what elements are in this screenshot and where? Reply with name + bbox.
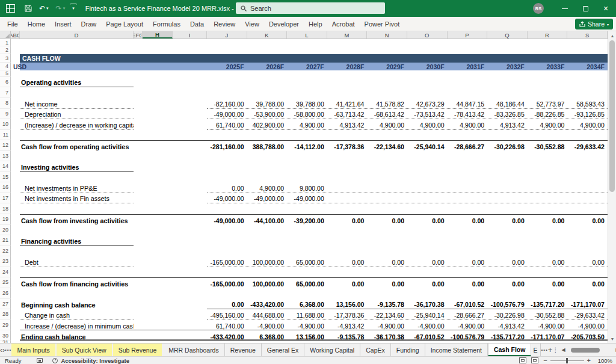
value-cell[interactable]: -22,134.60 <box>367 309 407 319</box>
value-cell[interactable]: 41,421.64 <box>327 98 368 108</box>
year-header-cell[interactable]: 2034F <box>567 63 608 70</box>
value-cell[interactable]: -30,226.98 <box>487 309 528 319</box>
value-cell[interactable]: 39,788.00 <box>287 98 327 108</box>
balance-label[interactable]: Beginning cash balance <box>20 299 134 310</box>
sheet-list-ellipsis-icon[interactable]: ••• <box>5 344 11 356</box>
value-cell[interactable]: -4,900.00 <box>448 320 488 331</box>
value-cell[interactable]: -165,000.00 <box>207 277 247 288</box>
scroll-down-icon[interactable]: ▼ <box>608 335 616 343</box>
value-cell[interactable]: 39,788.00 <box>247 98 288 108</box>
row-number-18[interactable]: 18 <box>0 203 11 214</box>
zoom-in-icon[interactable]: + <box>587 357 591 364</box>
value-cell[interactable]: 4,900.00 <box>448 119 488 129</box>
ribbon-tab-view[interactable]: View <box>240 17 264 31</box>
zoom-out-icon[interactable]: − <box>543 357 547 364</box>
scroll-up-icon[interactable]: ▲ <box>608 31 616 40</box>
year-header-cell[interactable]: 2031F <box>448 63 488 70</box>
row-number-17[interactable]: 17 <box>0 193 11 204</box>
select-all-corner[interactable] <box>0 31 11 39</box>
sheet-tab-general-ex[interactable]: General Ex <box>262 344 305 356</box>
value-cell[interactable]: -30,226.98 <box>487 140 528 151</box>
redo-button[interactable]: ↷▾ <box>54 4 68 13</box>
value-cell[interactable]: 0.00 <box>327 277 368 288</box>
year-header-cell[interactable]: 2030F <box>407 63 448 70</box>
value-cell[interactable] <box>567 193 608 203</box>
ribbon-tab-help[interactable]: Help <box>304 17 327 31</box>
sheet-tab-e[interactable]: E <box>531 344 541 356</box>
horizontal-scroll-thumb[interactable] <box>571 348 600 353</box>
value-cell[interactable]: 0.00 <box>528 256 568 267</box>
value-cell[interactable]: 444,688.00 <box>247 309 288 319</box>
column-header-K[interactable]: K <box>247 31 288 39</box>
ribbon-tab-file[interactable]: File <box>2 17 23 31</box>
ribbon-tab-review[interactable]: Review <box>209 17 240 31</box>
value-cell[interactable]: -17,378.36 <box>327 309 368 319</box>
value-cell[interactable]: 388,788.00 <box>247 140 288 151</box>
value-cell[interactable] <box>367 193 407 203</box>
value-cell[interactable]: -30,552.88 <box>528 309 568 319</box>
zoom-slider-thumb[interactable] <box>566 358 568 363</box>
value-cell[interactable]: -29,633.42 <box>567 140 608 151</box>
ribbon-tab-home[interactable]: Home <box>23 17 50 31</box>
value-cell[interactable]: -53,900.00 <box>247 109 288 119</box>
item-label[interactable]: Net investments in Fin assets <box>20 193 134 204</box>
value-cell[interactable] <box>448 182 488 193</box>
value-cell[interactable]: -4,900.00 <box>567 320 608 331</box>
value-cell[interactable]: 0.00 <box>528 214 568 225</box>
value-cell[interactable] <box>487 193 528 203</box>
value-cell[interactable]: -17,378.36 <box>327 140 368 151</box>
value-cell[interactable]: -9,135.78 <box>367 299 407 309</box>
value-cell[interactable]: -78,413.42 <box>448 109 488 119</box>
share-button[interactable]: Share ▾ <box>575 19 613 29</box>
value-cell[interactable]: 65,000.00 <box>287 277 327 288</box>
search-input[interactable]: Search <box>236 2 385 14</box>
value-cell[interactable]: -49,000.00 <box>287 193 327 203</box>
value-cell[interactable]: -88,226.85 <box>528 109 568 119</box>
year-header-cell[interactable]: 2032F <box>487 63 528 70</box>
value-cell[interactable]: 0.00 <box>487 214 528 225</box>
value-cell[interactable]: -49,000.00 <box>207 214 247 225</box>
sheet-tab-revenue[interactable]: Revenue <box>225 344 262 356</box>
value-cell[interactable]: -433,420.00 <box>247 299 288 309</box>
row-number-4[interactable]: 4 <box>0 63 11 70</box>
value-cell[interactable]: 48,186.44 <box>487 98 528 108</box>
macro-record-icon[interactable] <box>37 358 43 363</box>
value-cell[interactable]: -4,913.42 <box>327 320 368 331</box>
ribbon-tab-draw[interactable]: Draw <box>76 17 102 31</box>
row-number-20[interactable]: 20 <box>0 225 11 236</box>
column-header-D[interactable]: D <box>20 31 134 39</box>
row-number-11[interactable]: 11 <box>0 130 11 141</box>
customize-qat-icon[interactable]: ▾ <box>70 4 77 13</box>
total-label[interactable]: Cash flow from financing activities <box>20 277 134 288</box>
value-cell[interactable]: 0.00 <box>367 277 407 288</box>
value-cell[interactable]: -49,000.00 <box>207 193 247 203</box>
value-cell[interactable] <box>327 182 368 193</box>
value-cell[interactable]: 0.00 <box>567 256 608 267</box>
value-cell[interactable] <box>448 193 488 203</box>
share-dropdown-icon[interactable]: ▾ <box>607 22 609 26</box>
sheet-tab-funding[interactable]: Funding <box>391 344 425 356</box>
sheet-tab-sub-revenue[interactable]: Sub Revenue <box>113 344 162 356</box>
value-cell[interactable]: 0.00 <box>407 256 448 267</box>
value-cell[interactable]: 42,673.29 <box>407 98 448 108</box>
value-cell[interactable]: 100,000.00 <box>247 277 288 288</box>
item-label[interactable]: Net income <box>20 98 134 109</box>
value-cell[interactable]: -171,170.07 <box>567 299 608 309</box>
zoom-percentage[interactable]: 100% <box>596 357 612 364</box>
row-number-1[interactable]: 1 <box>0 39 11 46</box>
value-cell[interactable]: -4,900.00 <box>528 320 568 331</box>
year-header-cell[interactable]: 2027F <box>287 63 327 70</box>
value-cell[interactable] <box>528 182 568 193</box>
value-cell[interactable]: -4,900.00 <box>407 320 448 331</box>
value-cell[interactable]: 0.00 <box>448 256 488 267</box>
value-cell[interactable]: 0.00 <box>407 214 448 225</box>
value-cell[interactable]: 0.00 <box>327 256 368 267</box>
restore-button[interactable] <box>575 0 596 17</box>
row-number-29[interactable]: 29 <box>0 320 11 331</box>
sheet-tab-cash-flow[interactable]: Cash Flow <box>488 344 532 356</box>
ribbon-tab-formulas[interactable]: Formulas <box>148 17 185 31</box>
sheet-tab-sub-quick-view[interactable]: Sub Quick View <box>57 344 112 356</box>
page-break-view-icon[interactable] <box>531 357 538 363</box>
sheet-tab-working-capital[interactable]: Working Capital <box>304 344 360 356</box>
value-cell[interactable]: -82,160.00 <box>207 98 247 108</box>
